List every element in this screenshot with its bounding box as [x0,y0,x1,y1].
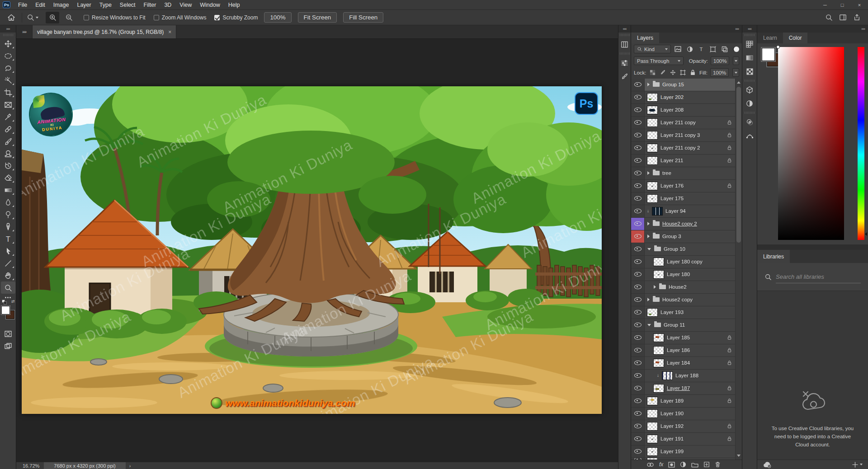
filter-image-icon[interactable] [674,45,683,54]
delete-layer-icon[interactable] [715,461,721,468]
layer-thumbnail[interactable] [647,397,658,405]
window-minimize-button[interactable]: ─ [816,0,834,10]
dodge-tool[interactable] [1,208,15,220]
saturation-brightness-field[interactable] [778,47,844,240]
layer-row[interactable]: Layer 184 [631,357,735,370]
visibility-toggle[interactable] [631,357,645,369]
visibility-toggle[interactable] [631,420,645,432]
foreground-color-swatch[interactable] [762,48,775,61]
layer-row[interactable]: ↓Layer 188 [631,370,735,382]
gradients-panel-icon[interactable] [744,52,755,63]
menu-edit[interactable]: Edit [31,0,49,10]
menu-layer[interactable]: Layer [73,0,95,10]
visibility-toggle[interactable] [631,104,645,116]
visibility-toggle[interactable] [631,129,645,141]
layer-row[interactable]: Group 11 [631,319,735,332]
gradient-tool[interactable] [1,184,15,196]
frame-tool[interactable] [1,98,15,111]
menu-help[interactable]: Help [224,0,244,10]
menu-window[interactable]: Window [196,0,224,10]
canvas-image[interactable]: Animation Ki Duniya Animation Ki Duniya … [22,86,602,414]
add-mask-icon[interactable] [668,462,675,468]
menu-file[interactable]: File [14,0,31,10]
fill-dropdown-button[interactable] [732,68,739,77]
tab-overflow-chevron[interactable]: »» [16,25,33,38]
layer-row[interactable]: Layer 180 copy [631,256,735,268]
visibility-toggle[interactable] [631,458,645,460]
marquee-tool[interactable] [1,50,15,62]
visibility-toggle[interactable] [631,433,645,445]
window-close-button[interactable]: × [851,0,868,10]
panel-grip[interactable] [745,112,755,114]
visibility-toggle[interactable] [631,306,645,319]
layer-row[interactable]: Layer 189 [631,395,735,408]
menu-3d[interactable]: 3D [160,0,175,10]
brush-settings-panel-icon[interactable] [619,71,631,82]
chevron-right-icon[interactable] [647,83,650,86]
visibility-toggle[interactable] [631,370,645,382]
layer-row[interactable]: House2 copy 2 [631,218,735,230]
layer-thumbnail[interactable] [653,384,664,393]
swap-colors-icon[interactable]: ⇄ [11,299,15,304]
visibility-toggle[interactable] [631,117,645,129]
filter-type-icon[interactable]: T [697,45,706,54]
layer-row[interactable]: Layer 185 [631,332,735,344]
new-group-icon[interactable] [691,462,698,468]
layer-thumbnail[interactable] [647,93,658,102]
blur-tool[interactable] [1,196,15,208]
healing-brush-tool[interactable] [1,123,15,135]
foreground-color-swatch[interactable] [1,306,10,314]
visibility-toggle[interactable] [631,155,645,167]
dock-collapse-chevron[interactable]: »» [631,25,742,33]
visibility-toggle[interactable] [631,180,645,192]
layer-thumbnail[interactable] [647,118,658,127]
layer-row[interactable]: Group 15 [631,79,735,91]
fill-screen-button[interactable]: Fill Screen [343,12,383,23]
panel-grip[interactable] [620,34,630,36]
navigator-panel-icon[interactable] [619,39,631,50]
visibility-toggle[interactable] [631,294,645,306]
tab-color[interactable]: Color [783,33,808,43]
layer-thumbnail[interactable] [653,270,664,279]
layer-row[interactable]: tree [631,167,735,180]
layer-row[interactable]: House2 copy [631,294,735,306]
patterns-panel-icon[interactable] [744,66,755,77]
share-icon[interactable] [853,14,861,21]
lock-artboard-icon[interactable] [679,68,686,77]
new-layer-icon[interactable] [703,461,710,468]
lock-position-icon[interactable] [669,68,676,77]
libraries-search-input[interactable] [776,271,861,283]
lock-transparent-icon[interactable] [649,68,656,77]
brush-tool[interactable] [1,135,15,147]
visibility-toggle[interactable] [631,79,645,91]
layer-row-partial[interactable] [631,458,735,460]
layer-thumbnail[interactable] [647,156,658,165]
line-tool[interactable] [1,257,15,269]
cloud-sync-error-icon[interactable] [763,461,772,468]
layer-thumbnail[interactable] [647,458,658,460]
adjustments-panel-icon[interactable] [744,98,755,109]
layer-thumbnail[interactable] [647,435,658,443]
layer-thumbnail[interactable] [647,308,658,317]
checkbox-checked-icon[interactable] [214,15,220,20]
visibility-toggle[interactable] [631,446,645,458]
type-tool[interactable]: T [1,233,15,245]
zoom-out-icon[interactable] [62,12,75,23]
visibility-toggle[interactable] [631,256,645,268]
visibility-toggle[interactable] [631,408,645,420]
chevron-right-icon[interactable] [647,222,650,225]
layer-row[interactable]: Layer 211 copy [631,117,735,129]
visibility-toggle[interactable] [631,395,645,407]
swatches-panel-icon[interactable] [744,39,755,50]
filter-toggle-switch[interactable] [733,47,739,52]
layer-row[interactable]: Layer 187 [631,382,735,395]
filter-shape-icon[interactable] [708,45,717,54]
zoom-tool[interactable] [1,281,15,294]
opacity-dropdown-button[interactable] [733,56,739,65]
dock-expand-chevron[interactable]: «« [618,25,631,33]
layer-row[interactable]: Layer 199 [631,446,735,458]
tools-collapse-chevron[interactable]: »» [0,25,16,33]
visibility-toggle[interactable] [631,268,645,281]
screen-mode-icon[interactable] [1,340,15,352]
libraries-panel-icon[interactable] [744,84,755,95]
